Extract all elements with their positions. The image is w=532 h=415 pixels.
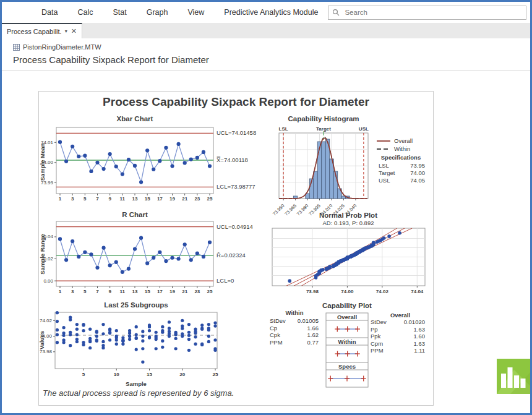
worksheet-row[interactable]: PistonRingDiameter.MTW xyxy=(13,43,101,51)
last-25-subgroups-chart: Last 25 Subgroups Values Sample 73.9874.… xyxy=(39,299,268,393)
graph-title: Process Capability Sixpack Report for Di… xyxy=(39,95,433,109)
capability-plot-title: Capability Plot xyxy=(322,302,372,309)
svg-text:25: 25 xyxy=(207,289,213,294)
prob-plot-title: Normal Prob Plot xyxy=(319,212,377,219)
menu-item-data[interactable]: Data xyxy=(32,8,67,17)
svg-text:0.77: 0.77 xyxy=(307,339,319,346)
search-input[interactable] xyxy=(343,8,522,17)
svg-text:1: 1 xyxy=(59,289,62,294)
svg-text:73.98: 73.98 xyxy=(40,349,53,354)
last25-x-axis-label: Sample xyxy=(126,380,147,387)
svg-text:3: 3 xyxy=(71,196,74,202)
svg-text:9: 9 xyxy=(108,196,111,202)
svg-text:PPM: PPM xyxy=(270,339,283,346)
prob-plot-subtitle: AD: 0.193, P: 0.892 xyxy=(323,220,374,226)
menu-item-stat[interactable]: Stat xyxy=(103,8,136,17)
menubar: DataCalcStatGraphViewPredictive Analytic… xyxy=(2,2,530,23)
svg-text:Ppk: Ppk xyxy=(371,333,381,340)
menu-item-predictive-analytics-module[interactable]: Predictive Analytics Module xyxy=(214,8,328,17)
svg-text:1.63: 1.63 xyxy=(414,340,426,347)
svg-text:21: 21 xyxy=(182,289,187,294)
app-window: DataCalcStatGraphViewPredictive Analytic… xyxy=(0,0,532,415)
svg-text:0.01020: 0.01020 xyxy=(404,319,425,325)
svg-text:Pp: Pp xyxy=(371,326,378,333)
menu-item-calc[interactable]: Calc xyxy=(67,8,103,17)
svg-text:1.63: 1.63 xyxy=(414,326,426,333)
svg-text:7: 7 xyxy=(96,289,99,294)
svg-text:UCL=74.01458: UCL=74.01458 xyxy=(217,129,256,136)
svg-text:5: 5 xyxy=(82,372,85,377)
r-y-axis-label: Sample Range xyxy=(39,234,46,274)
search-icon xyxy=(332,9,340,16)
svg-text:R̄=0.02324: R̄=0.02324 xyxy=(217,252,246,259)
svg-text:Cpk: Cpk xyxy=(270,332,280,338)
svg-text:Specifications: Specifications xyxy=(381,154,421,161)
svg-text:Specs: Specs xyxy=(338,363,356,370)
svg-text:17: 17 xyxy=(157,196,163,202)
svg-text:19: 19 xyxy=(169,289,175,294)
histogram-plot: LSLTargetUSL73.95073.96573.98073.99574.0… xyxy=(272,126,425,217)
svg-text:13: 13 xyxy=(132,196,138,202)
normal-prob-plot: Normal Prob Plot AD: 0.193, P: 0.892 73.… xyxy=(267,209,432,303)
svg-text:15: 15 xyxy=(145,196,150,202)
svg-text:1.11: 1.11 xyxy=(414,347,425,354)
menu-item-view[interactable]: View xyxy=(178,8,214,17)
svg-text:5: 5 xyxy=(84,196,87,202)
menu-items: DataCalcStatGraphViewPredictive Analytic… xyxy=(32,8,328,17)
minitab-graph-icon[interactable] xyxy=(497,359,530,394)
capability-plot: Capability Plot OverallWithinSpecsWithin… xyxy=(267,299,432,393)
svg-text:LSL: LSL xyxy=(379,162,389,169)
svg-text:10: 10 xyxy=(114,372,119,377)
last25-title: Last 25 Subgroups xyxy=(104,301,168,309)
close-icon[interactable]: ✕ xyxy=(71,27,77,35)
svg-text:23: 23 xyxy=(194,196,200,202)
svg-text:Within: Within xyxy=(394,145,410,152)
svg-text:Target: Target xyxy=(379,169,395,176)
svg-text:25: 25 xyxy=(213,372,218,377)
svg-text:StDev: StDev xyxy=(270,317,286,324)
tab-bar: Process Capabilit... ▾ ✕ xyxy=(2,23,530,38)
svg-text:1.60: 1.60 xyxy=(414,333,426,340)
svg-text:1: 1 xyxy=(59,196,62,202)
svg-text:9: 9 xyxy=(108,289,111,294)
svg-text:X̿=74.00118: X̿=74.00118 xyxy=(217,156,248,163)
svg-text:25: 25 xyxy=(207,196,213,202)
svg-text:Target: Target xyxy=(316,126,331,132)
svg-text:0.01005: 0.01005 xyxy=(298,317,319,324)
divider xyxy=(2,71,530,71)
chevron-down-icon[interactable]: ▾ xyxy=(65,28,67,34)
svg-text:74.00: 74.00 xyxy=(410,169,425,176)
svg-text:Cp: Cp xyxy=(270,325,277,332)
svg-text:3: 3 xyxy=(71,289,74,294)
svg-text:Overall: Overall xyxy=(394,137,413,144)
search-box[interactable] xyxy=(328,6,526,20)
footnote: The actual process spread is represented… xyxy=(43,388,234,398)
svg-text:23: 23 xyxy=(194,289,200,294)
svg-text:15: 15 xyxy=(145,289,150,294)
xbar-plot: 73.9974.0074.01135791113151719212325UCL=… xyxy=(41,127,256,202)
svg-text:73.98: 73.98 xyxy=(306,289,319,294)
tab-process-capability[interactable]: Process Capabilit... ▾ ✕ xyxy=(2,23,82,38)
svg-text:74.05: 74.05 xyxy=(410,177,425,184)
content-area: PistonRingDiameter.MTW Process Capabilit… xyxy=(2,38,530,415)
svg-text:73.99: 73.99 xyxy=(41,180,54,186)
svg-text:1.62: 1.62 xyxy=(307,332,319,338)
svg-text:74.02: 74.02 xyxy=(376,289,389,294)
svg-text:USL: USL xyxy=(379,177,390,184)
svg-text:20: 20 xyxy=(179,372,185,377)
r-chart: R Chart Sample Range 0.000.020.041357911… xyxy=(39,209,262,303)
svg-text:0.02: 0.02 xyxy=(43,256,53,262)
prob-plot-area: 73.9874.0074.0274.04 xyxy=(272,228,425,295)
svg-text:73.95: 73.95 xyxy=(410,162,425,169)
menu-item-graph[interactable]: Graph xyxy=(137,8,178,17)
svg-text:LCL=73.98777: LCL=73.98777 xyxy=(217,183,255,190)
svg-text:11: 11 xyxy=(120,289,126,294)
svg-text:11: 11 xyxy=(120,196,126,202)
svg-text:17: 17 xyxy=(157,289,163,294)
capability-histogram: Capability Histogram LSLTargetUSL73.9507… xyxy=(267,110,432,220)
xbar-chart: Xbar Chart Sample Mean 73.9974.0074.0113… xyxy=(39,110,262,209)
svg-text:Within: Within xyxy=(286,309,304,316)
svg-text:Cpm: Cpm xyxy=(371,340,383,347)
graph-canvas: Process Capability Sixpack Report for Di… xyxy=(38,91,434,406)
worksheet-grid-icon xyxy=(13,44,20,51)
